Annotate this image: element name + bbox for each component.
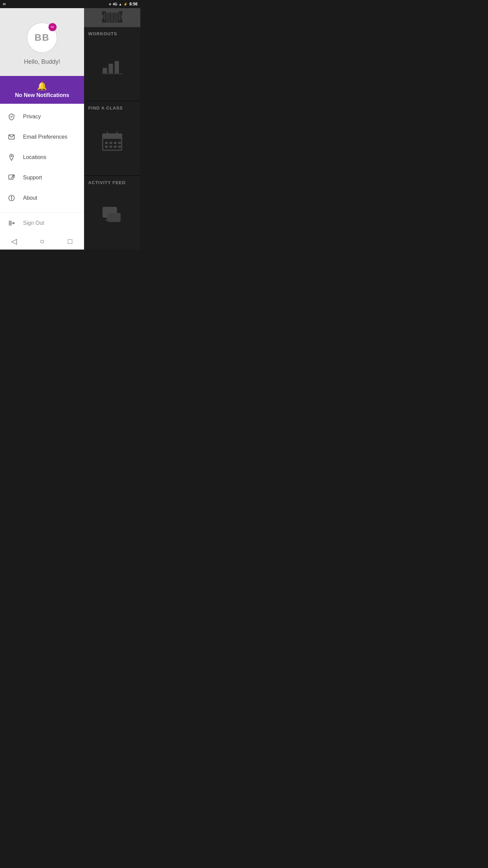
svg-rect-50 — [107, 213, 121, 222]
find-a-class-calendar-icon — [101, 130, 123, 152]
svg-rect-16 — [111, 13, 112, 23]
back-icon: ◁ — [11, 237, 17, 246]
barcode-header[interactable] — [84, 8, 140, 27]
svg-point-6 — [11, 196, 12, 197]
svg-point-1 — [11, 156, 12, 157]
notification-bar: 🔔 No New Notifications — [0, 76, 84, 104]
svg-rect-19 — [115, 13, 116, 23]
svg-rect-18 — [113, 13, 114, 23]
menu-item-email-preferences[interactable]: Email Preferences — [0, 127, 84, 147]
sign-out-button[interactable]: Sign Out — [7, 218, 77, 228]
workouts-chart-icon — [101, 56, 123, 77]
svg-rect-38 — [103, 134, 122, 139]
status-left: ✉ — [3, 2, 6, 6]
right-cards: WORKOUTS FIND A CLASS — [84, 27, 140, 250]
svg-rect-45 — [105, 146, 108, 148]
svg-rect-46 — [109, 146, 112, 148]
privacy-label: Privacy — [23, 114, 41, 120]
status-bar: ✉ ∗ 4G ▲ ⚡ 6:56 — [0, 0, 140, 8]
svg-rect-12 — [107, 13, 107, 23]
profile-section: BB ✏ Hello, Buddy! — [0, 8, 84, 76]
shield-icon — [7, 112, 16, 121]
svg-rect-21 — [117, 13, 117, 23]
location-pin-icon — [7, 153, 16, 162]
svg-line-3 — [11, 175, 14, 178]
svg-rect-32 — [121, 19, 122, 22]
right-panel: WORKOUTS FIND A CLASS — [84, 8, 140, 250]
svg-rect-43 — [114, 142, 117, 144]
menu-item-about[interactable]: About — [0, 188, 84, 208]
workouts-title: WORKOUTS — [88, 31, 136, 36]
signal-4g: 4G — [113, 2, 117, 6]
info-icon — [7, 193, 16, 203]
sign-out-section: Sign Out — [0, 213, 84, 233]
svg-rect-48 — [118, 146, 121, 148]
calendar-icon-area — [88, 111, 136, 171]
activity-feed-card[interactable]: ACTIVITY FEED — [84, 176, 140, 250]
avatar-initials: BB — [35, 32, 49, 43]
edit-icon: ✏ — [51, 25, 54, 29]
notification-icon: ✉ — [3, 2, 6, 6]
signal-bars: ▲ — [119, 2, 122, 6]
menu-list: Privacy Email Preferences — [0, 104, 84, 213]
status-icons: ∗ 4G ▲ ⚡ 6:56 — [108, 2, 138, 6]
activity-feed-title: ACTIVITY FEED — [88, 180, 136, 185]
home-icon: ○ — [40, 237, 44, 246]
svg-rect-11 — [105, 13, 106, 23]
locations-label: Locations — [23, 154, 46, 160]
notification-text: No New Notifications — [15, 92, 69, 98]
chat-icon-area — [88, 185, 136, 245]
svg-rect-14 — [109, 13, 109, 23]
mail-icon — [7, 132, 16, 142]
svg-rect-41 — [105, 142, 108, 144]
svg-rect-35 — [115, 61, 119, 73]
bell-icon: 🔔 — [37, 81, 47, 91]
svg-rect-15 — [110, 13, 111, 23]
sign-out-icon — [7, 218, 16, 228]
menu-item-privacy[interactable]: Privacy — [0, 106, 84, 127]
workouts-card[interactable]: WORKOUTS — [84, 27, 140, 101]
navigation-bar: ◁ ○ □ — [0, 233, 84, 250]
greeting-text: Hello, Buddy! — [24, 58, 60, 65]
recents-icon: □ — [68, 237, 72, 246]
about-label: About — [23, 195, 37, 201]
svg-rect-30 — [102, 19, 103, 22]
sign-out-label: Sign Out — [23, 220, 44, 226]
find-a-class-card[interactable]: FIND A CLASS — [84, 101, 140, 176]
avatar-container: BB ✏ — [27, 22, 57, 53]
email-preferences-label: Email Preferences — [23, 134, 67, 140]
svg-rect-26 — [102, 11, 103, 14]
bluetooth-icon: ∗ — [108, 2, 111, 6]
svg-rect-44 — [118, 142, 121, 144]
find-a-class-title: FIND A CLASS — [88, 105, 136, 111]
home-button[interactable]: ○ — [35, 235, 49, 248]
svg-rect-17 — [113, 13, 113, 23]
status-time: 6:56 — [129, 2, 138, 6]
support-label: Support — [23, 175, 42, 181]
svg-rect-33 — [103, 68, 107, 73]
barcode-icon — [102, 11, 122, 24]
svg-rect-42 — [109, 142, 112, 144]
svg-rect-20 — [116, 13, 117, 23]
svg-rect-34 — [109, 64, 113, 73]
external-link-icon — [7, 173, 16, 182]
menu-item-locations[interactable]: Locations — [0, 147, 84, 167]
main-container: BB ✏ Hello, Buddy! 🔔 No New Notification… — [0, 8, 140, 250]
activity-feed-chat-icon — [101, 204, 123, 226]
svg-rect-13 — [108, 13, 108, 23]
svg-rect-47 — [114, 146, 117, 148]
menu-item-support[interactable]: Support — [0, 167, 84, 188]
battery-icon: ⚡ — [123, 2, 127, 6]
svg-rect-22 — [118, 13, 119, 23]
recents-button[interactable]: □ — [63, 235, 77, 248]
sidebar: BB ✏ Hello, Buddy! 🔔 No New Notification… — [0, 8, 84, 250]
chart-icon-area — [88, 36, 136, 97]
svg-rect-28 — [121, 11, 122, 14]
edit-profile-button[interactable]: ✏ — [48, 23, 57, 31]
back-button[interactable]: ◁ — [7, 235, 21, 248]
